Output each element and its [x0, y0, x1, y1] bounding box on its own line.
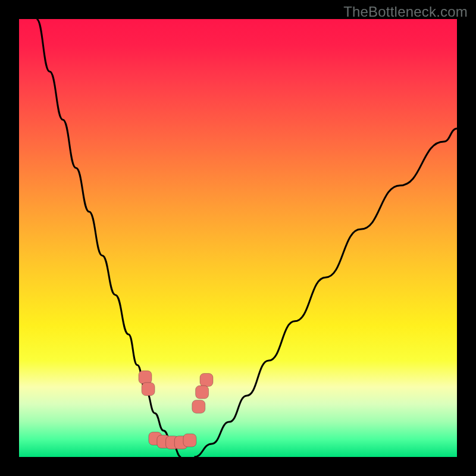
marker-left-pair-bot: [142, 383, 155, 396]
series-left-curve: [36, 19, 181, 457]
watermark-text: TheBottleneck.com: [343, 4, 468, 20]
series-right-curve: [194, 129, 457, 457]
curve-layer: [36, 19, 457, 457]
chart-svg: [19, 19, 457, 457]
marker-layer: [139, 371, 213, 449]
marker-bottom-row-5: [183, 434, 196, 447]
plot-area: [19, 19, 457, 457]
marker-right-triplet-1: [200, 374, 213, 387]
marker-right-triplet-3: [192, 400, 205, 413]
marker-right-triplet-2: [196, 386, 209, 399]
outer-frame: TheBottleneck.com: [0, 0, 476, 476]
marker-left-pair-top: [139, 371, 152, 384]
